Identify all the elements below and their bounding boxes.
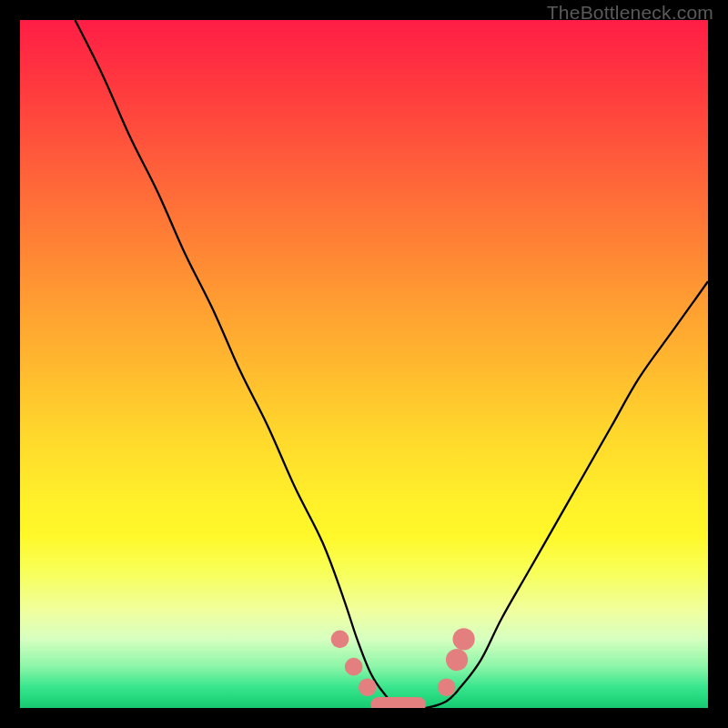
- watermark-text: TheBottleneck.com: [547, 2, 713, 24]
- chart-plot-area: [20, 20, 708, 708]
- chart-frame: TheBottleneck.com: [0, 0, 728, 728]
